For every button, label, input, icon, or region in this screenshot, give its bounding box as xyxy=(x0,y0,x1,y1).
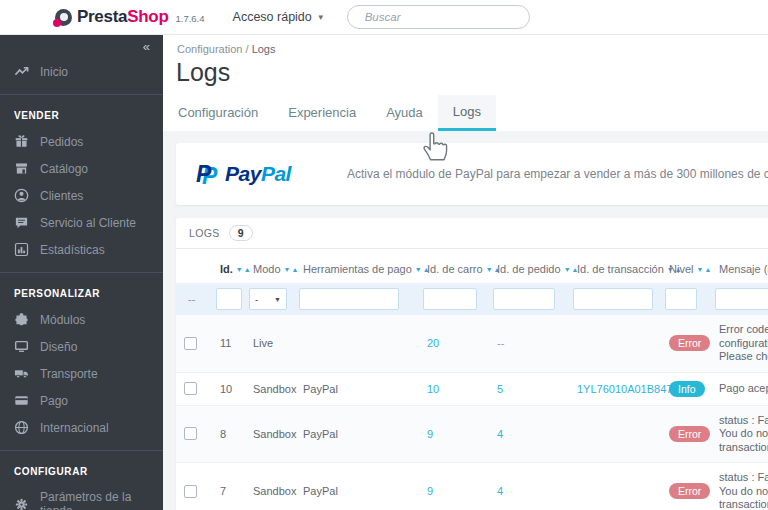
cell-id: 7 xyxy=(212,463,245,510)
sidebar-item-label: Pago xyxy=(40,394,68,408)
search-box[interactable] xyxy=(347,5,530,29)
tab-experiencia[interactable]: Experiencia xyxy=(273,95,371,131)
logs-panel-header: LOGS 9 xyxy=(176,218,768,249)
cell-transaction xyxy=(569,405,661,463)
table-row: 11 Live 20 -- Error Error code: c config… xyxy=(176,315,768,372)
sidebar-item-label: Clientes xyxy=(40,189,83,203)
filter-id-input[interactable] xyxy=(216,288,242,310)
paypal-banner-message: Activa el módulo de PayPal para empezar … xyxy=(347,167,768,181)
sidebar-item-clientes[interactable]: Clientes xyxy=(0,182,163,209)
sidebar-section-personalizar: PERSONALIZAR xyxy=(0,282,163,306)
sidebar-item-servicio-al-cliente[interactable]: Servicio al Cliente xyxy=(0,209,163,236)
bar-chart-icon xyxy=(14,242,29,257)
cart-id-link[interactable]: 10 xyxy=(427,383,439,395)
paypal-logo: P P PayPal xyxy=(196,160,291,188)
breadcrumb: Configuration / Logs xyxy=(177,43,275,55)
row-checkbox[interactable] xyxy=(184,485,197,498)
cart-id-link[interactable]: 20 xyxy=(427,337,439,349)
user-icon xyxy=(14,188,29,203)
breadcrumb-parent[interactable]: Configuration xyxy=(177,43,242,55)
brand-shop-text: Shop xyxy=(127,7,168,27)
sidebar-item-parametros-tienda[interactable]: Parámetros de la tienda xyxy=(0,484,163,510)
paypal-p-front: P xyxy=(196,160,211,188)
tab-configuracion[interactable]: Configuración xyxy=(163,95,273,131)
cell-tool: PayPal xyxy=(295,463,419,510)
sidebar-item-catalogo[interactable]: Catálogo xyxy=(0,155,163,182)
row-checkbox[interactable] xyxy=(184,382,197,395)
column-header-id-pedido[interactable]: Id. de pedido▼▲ xyxy=(489,255,569,283)
store-icon xyxy=(14,161,29,176)
cursor-hand-icon xyxy=(417,126,453,167)
trending-up-icon xyxy=(14,64,29,79)
quick-access-menu[interactable]: Acceso rápido ▼ xyxy=(233,10,325,24)
cart-id-link[interactable]: 9 xyxy=(427,428,433,440)
puzzle-icon xyxy=(14,312,29,327)
cell-tool xyxy=(295,315,419,372)
sidebar-item-transporte[interactable]: Transporte xyxy=(0,360,163,387)
cell-id: 8 xyxy=(212,405,245,463)
row-checkbox[interactable] xyxy=(184,337,197,350)
filter-row: -- -▼ xyxy=(176,283,768,315)
sidebar-item-label: Servicio al Cliente xyxy=(40,216,136,230)
filter-tool-input[interactable] xyxy=(299,288,399,310)
column-header-nivel[interactable]: Nivel▼▲ xyxy=(661,255,711,283)
sidebar-item-internacional[interactable]: Internacional xyxy=(0,414,163,441)
filter-order-input[interactable] xyxy=(493,288,555,310)
order-id-link[interactable]: 4 xyxy=(497,428,503,440)
sort-icons[interactable]: ▼▲ xyxy=(284,266,300,273)
sidebar-item-label: Inicio xyxy=(40,65,68,79)
column-header-id[interactable]: Id.▼▲ xyxy=(212,255,245,283)
page-title: Logs xyxy=(176,58,230,87)
sidebar-item-label: Pedidos xyxy=(40,135,83,149)
sidebar-item-label: Estadísticas xyxy=(40,243,105,257)
top-bar: PrestaShop 1.7.6.4 Acceso rápido ▼ xyxy=(0,0,768,35)
paypal-banner[interactable]: P P PayPal Activa el módulo de PayPal pa… xyxy=(176,143,768,205)
breadcrumb-current: Logs xyxy=(252,43,276,55)
monitor-icon xyxy=(14,339,29,354)
cell-transaction xyxy=(569,463,661,510)
sidebar-item-estadisticas[interactable]: Estadísticas xyxy=(0,236,163,263)
logs-panel: LOGS 9 Id.▼▲ Modo▼▲ Herramientas de pago… xyxy=(176,218,768,510)
filter-cart-input[interactable] xyxy=(423,288,477,310)
column-header-id-carro[interactable]: Id. de carro▼▲ xyxy=(419,255,489,283)
status-badge: Info xyxy=(669,381,705,397)
cell-transaction xyxy=(569,315,661,372)
sidebar: « Inicio VENDER Pedidos Catálogo Cliente… xyxy=(0,35,163,510)
sidebar-item-label: Diseño xyxy=(40,340,77,354)
gift-icon xyxy=(14,134,29,149)
version-text: 1.7.6.4 xyxy=(175,13,204,24)
prestashop-logo: PrestaShop 1.7.6.4 xyxy=(55,7,205,27)
filter-transaction-input[interactable] xyxy=(573,288,653,310)
cell-message: status : Failu You do not h transaction; xyxy=(711,463,768,510)
sidebar-collapse-button[interactable]: « xyxy=(143,39,150,54)
sidebar-item-pedidos[interactable]: Pedidos xyxy=(0,128,163,155)
status-badge: Error xyxy=(669,483,710,499)
filter-message-input[interactable] xyxy=(715,288,768,310)
cell-id: 10 xyxy=(212,372,245,405)
column-header-modo[interactable]: Modo▼▲ xyxy=(245,255,295,283)
column-header-herramientas[interactable]: Herramientas de pago▼▲ xyxy=(295,255,419,283)
sort-icons[interactable]: ▼▲ xyxy=(696,266,712,273)
cart-id-link[interactable]: 9 xyxy=(427,485,433,497)
sidebar-item-label: Transporte xyxy=(40,367,98,381)
status-badge: Error xyxy=(669,426,710,442)
cell-message: Pago aceptad xyxy=(711,372,768,405)
filter-level-input[interactable] xyxy=(665,288,697,310)
sidebar-item-inicio[interactable]: Inicio xyxy=(0,58,163,85)
search-input[interactable] xyxy=(365,11,519,23)
order-id-link[interactable]: 4 xyxy=(497,485,503,497)
table-row: 7 Sandbox PayPal 9 4 Error status : Fail… xyxy=(176,463,768,510)
sidebar-item-label: Catálogo xyxy=(40,162,88,176)
sidebar-section-configurar: CONFIGURAR xyxy=(0,460,163,484)
sidebar-item-pago[interactable]: Pago xyxy=(0,387,163,414)
filter-mode-select[interactable]: -▼ xyxy=(249,288,287,310)
brand-presta-text: Presta xyxy=(77,7,127,27)
sidebar-item-diseno[interactable]: Diseño xyxy=(0,333,163,360)
sort-icons[interactable]: ▼▲ xyxy=(236,266,252,273)
row-checkbox[interactable] xyxy=(184,427,197,440)
order-id-link[interactable]: 5 xyxy=(497,383,503,395)
prestashop-logo-icon xyxy=(55,9,72,26)
sidebar-item-modulos[interactable]: Módulos xyxy=(0,306,163,333)
column-header-mensaje[interactable]: Mensaje (re xyxy=(711,255,768,283)
column-header-id-transaccion[interactable]: Id. de transacción▼▲ xyxy=(569,255,661,283)
